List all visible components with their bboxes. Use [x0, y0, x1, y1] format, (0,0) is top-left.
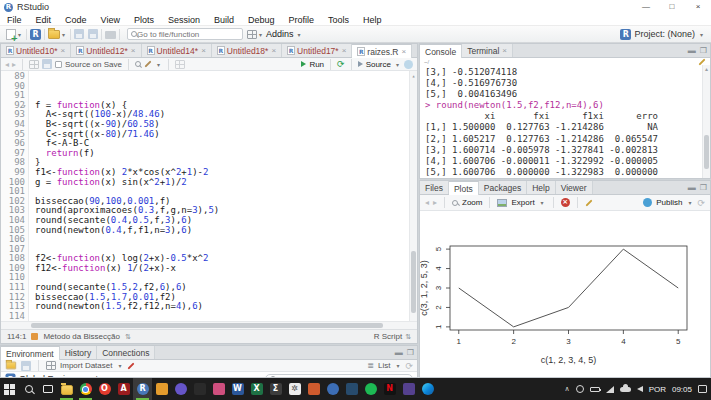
- code-tools-dropdown-icon[interactable]: ▾: [157, 61, 160, 68]
- publish-icon[interactable]: [404, 60, 413, 69]
- search-icon[interactable]: [19, 378, 38, 400]
- edge-icon[interactable]: [418, 378, 437, 400]
- source-button[interactable]: Source: [366, 60, 391, 69]
- forward-icon[interactable]: ▸: [12, 60, 16, 69]
- editor-tab-untitled17[interactable]: RUntitled17*×: [282, 44, 352, 57]
- publish-button[interactable]: Publish: [656, 198, 682, 207]
- next-plot-icon[interactable]: ▸: [433, 198, 437, 207]
- discord-icon[interactable]: [171, 378, 190, 400]
- app-purple-icon[interactable]: [399, 378, 418, 400]
- source-on-save-checkbox[interactable]: [55, 61, 62, 68]
- menu-edit[interactable]: Edit: [29, 14, 59, 26]
- environment-tab-history[interactable]: History: [60, 346, 97, 359]
- save-all-icon[interactable]: [88, 29, 98, 39]
- zoom-button[interactable]: Zoom: [462, 198, 482, 207]
- new-file-icon[interactable]: [6, 29, 16, 40]
- volume-icon[interactable]: [637, 386, 643, 392]
- onedrive-icon[interactable]: [620, 387, 631, 392]
- project-selector[interactable]: R Project: (None) ▾: [620, 29, 705, 40]
- steam-icon[interactable]: [342, 378, 361, 400]
- goto-file-search[interactable]: [127, 28, 243, 40]
- office-icon[interactable]: [152, 378, 171, 400]
- start-icon[interactable]: [0, 378, 19, 400]
- task-view-icon[interactable]: [38, 378, 57, 400]
- word-icon[interactable]: W: [228, 378, 247, 400]
- rstudio-icon[interactable]: R: [133, 378, 152, 400]
- editor-save-icon[interactable]: [42, 59, 52, 69]
- plots-tab-plots[interactable]: Plots: [449, 181, 479, 195]
- open-dropdown-icon[interactable]: ▾: [62, 31, 65, 38]
- tray-chevron-icon[interactable]: ∧: [565, 385, 570, 393]
- menu-build[interactable]: Build: [207, 14, 241, 26]
- console-output[interactable]: [3,] -0.512074118[4,] -0.516976730[5,] 0…: [420, 65, 710, 179]
- game-app-icon[interactable]: [190, 378, 209, 400]
- rerun-icon[interactable]: ⟳: [337, 60, 345, 69]
- plots-tab-packages[interactable]: Packages: [479, 181, 527, 194]
- publish-dropdown-icon[interactable]: ▾: [688, 199, 691, 206]
- close-button[interactable]: ×: [685, 0, 711, 14]
- plots-tab-files[interactable]: Files: [420, 181, 449, 194]
- battery-icon[interactable]: [590, 387, 600, 392]
- run-button[interactable]: Run: [309, 60, 324, 69]
- source-icon[interactable]: [358, 61, 363, 67]
- menu-code[interactable]: Code: [58, 14, 94, 26]
- excel-icon[interactable]: X: [247, 378, 266, 400]
- editor-vertical-scrollbar[interactable]: ▴: [409, 71, 417, 321]
- close-tab-icon[interactable]: ×: [271, 46, 276, 55]
- maximize-pane-icon[interactable]: ❒: [407, 348, 414, 358]
- adobe-icon[interactable]: A: [114, 378, 133, 400]
- previous-plot-icon[interactable]: ◂: [425, 198, 429, 207]
- menu-session[interactable]: Session: [161, 14, 207, 26]
- editor-tab-raizes.r[interactable]: Rraizes.R×: [352, 44, 412, 58]
- minimize-pane-icon[interactable]: ▬: [688, 46, 696, 56]
- code-tools-icon[interactable]: [144, 60, 151, 67]
- r-console-icon[interactable]: [304, 378, 323, 400]
- plots-tab-help[interactable]: Help: [527, 181, 555, 194]
- maximize-pane-icon[interactable]: ❒: [700, 183, 707, 193]
- netflix-icon[interactable]: N: [380, 378, 399, 400]
- save-workspace-icon[interactable]: [21, 361, 31, 371]
- environment-tab-connections[interactable]: Connections: [97, 346, 155, 359]
- load-workspace-icon[interactable]: [6, 362, 16, 370]
- minimize-pane-icon[interactable]: ▬: [688, 183, 696, 193]
- menu-plots[interactable]: Plots: [127, 14, 161, 26]
- show-in-new-window-icon[interactable]: [29, 60, 39, 69]
- opera-icon[interactable]: O: [95, 378, 114, 400]
- editor-horizontal-scrollbar[interactable]: [1, 321, 417, 329]
- remove-plot-icon[interactable]: ×: [561, 198, 570, 207]
- chrome-icon[interactable]: [76, 378, 95, 400]
- run-icon[interactable]: [301, 61, 306, 67]
- sigma-app-icon[interactable]: Σ: [266, 378, 285, 400]
- console-scrollbar[interactable]: ▴: [702, 65, 710, 179]
- refresh-plot-icon[interactable]: ⟳: [697, 198, 705, 208]
- list-view-selector[interactable]: List: [378, 361, 390, 370]
- pane-layout-dropdown-icon[interactable]: ▾: [259, 31, 262, 38]
- new-project-icon[interactable]: R: [30, 29, 41, 40]
- plots-tab-viewer[interactable]: Viewer: [556, 181, 593, 194]
- addins-menu[interactable]: Addins: [266, 29, 294, 39]
- clock[interactable]: 09:05: [672, 385, 692, 394]
- editor-tab-untitled14[interactable]: RUntitled14*×: [142, 44, 212, 57]
- save-icon[interactable]: [74, 29, 84, 39]
- export-button[interactable]: Export: [511, 198, 534, 207]
- pane-layout-icon[interactable]: [247, 30, 257, 39]
- maximize-button[interactable]: □: [659, 0, 685, 14]
- minimize-button[interactable]: —: [633, 0, 659, 14]
- file-explorer-icon[interactable]: [57, 378, 76, 400]
- tray-steam-icon[interactable]: [576, 385, 584, 393]
- menu-file[interactable]: File: [0, 14, 29, 26]
- menu-tools[interactable]: Tools: [321, 14, 356, 26]
- close-tab-icon[interactable]: ×: [61, 46, 66, 55]
- close-tab-icon[interactable]: ×: [131, 46, 136, 55]
- menu-profile[interactable]: Profile: [282, 14, 322, 26]
- code-editor[interactable]: 89909192▾9394959697989910010110210310410…: [1, 71, 417, 321]
- list-dropdown-icon[interactable]: ▾: [396, 362, 399, 369]
- editor-tab-untitled10[interactable]: RUntitled10*×: [1, 44, 71, 57]
- menu-view[interactable]: View: [94, 14, 127, 26]
- addins-dropdown-icon[interactable]: ▾: [298, 31, 301, 38]
- file-type-selector[interactable]: R Script: [374, 332, 402, 341]
- close-tab-icon[interactable]: ×: [342, 46, 347, 55]
- maximize-pane-icon[interactable]: ❒: [700, 46, 707, 56]
- print-icon[interactable]: [105, 31, 116, 39]
- source-dropdown-icon[interactable]: ▾: [396, 61, 399, 68]
